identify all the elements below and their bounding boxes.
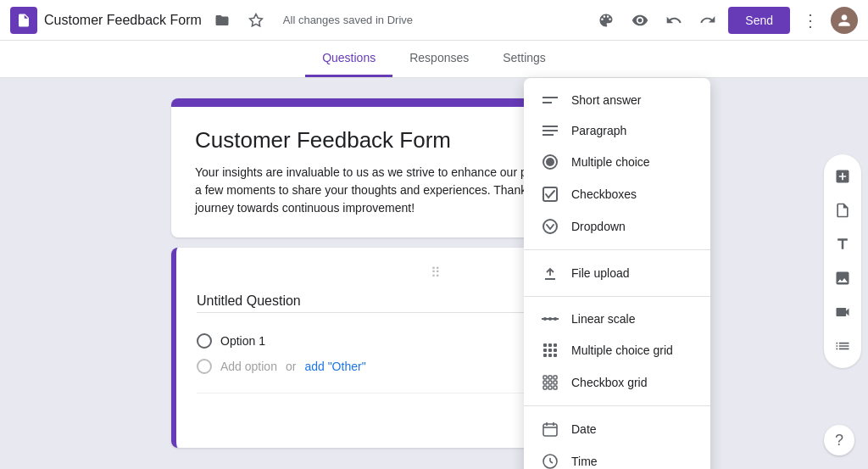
add-section-btn[interactable] — [827, 331, 858, 361]
saved-text: All changes saved in Drive — [283, 14, 413, 26]
topbar: Customer Feedback Form All changes saved… — [0, 0, 868, 41]
checkboxes-icon — [541, 187, 559, 202]
topbar-right: Send ⋮ — [593, 7, 858, 34]
main-content: Customer Feedback Form Your insights are… — [0, 78, 868, 468]
svg-rect-25 — [554, 376, 557, 379]
svg-rect-15 — [548, 343, 552, 347]
svg-rect-18 — [548, 349, 552, 352]
right-sidebar — [824, 154, 861, 368]
svg-rect-32 — [543, 424, 557, 436]
menu-label-checkboxes: Checkboxes — [571, 187, 637, 201]
multiple-choice-icon — [541, 154, 559, 170]
menu-label-paragraph: Paragraph — [571, 124, 626, 137]
menu-divider-2 — [524, 296, 710, 297]
star-icon-btn[interactable] — [242, 7, 270, 34]
short-answer-icon — [541, 94, 559, 106]
menu-item-linear-scale[interactable]: Linear scale — [524, 304, 710, 334]
svg-rect-17 — [543, 349, 547, 352]
svg-point-12 — [548, 317, 552, 321]
file-upload-icon — [541, 265, 559, 281]
svg-rect-22 — [554, 354, 557, 357]
svg-rect-30 — [548, 386, 552, 389]
menu-item-paragraph[interactable]: Paragraph — [524, 115, 710, 146]
linear-scale-icon — [541, 315, 559, 323]
svg-rect-21 — [548, 354, 552, 357]
time-icon — [541, 454, 559, 469]
svg-point-11 — [543, 317, 547, 321]
tab-responses[interactable]: Responses — [392, 41, 486, 77]
date-icon — [541, 422, 559, 437]
doc-title: Customer Feedback Form — [44, 13, 202, 28]
menu-item-time[interactable]: Time — [524, 445, 710, 469]
redo-icon-btn[interactable] — [694, 7, 721, 34]
menu-item-multiple-choice[interactable]: Multiple choice — [524, 146, 710, 178]
svg-rect-16 — [554, 343, 557, 347]
svg-rect-24 — [548, 376, 552, 379]
undo-icon-btn[interactable] — [660, 7, 687, 34]
menu-label-file-upload: File upload — [571, 266, 630, 280]
add-video-btn[interactable] — [827, 297, 858, 327]
import-questions-btn[interactable] — [827, 195, 858, 226]
option-1-radio — [197, 333, 212, 349]
avatar — [831, 7, 858, 34]
svg-point-13 — [554, 317, 557, 321]
svg-rect-28 — [554, 381, 557, 384]
folder-icon-btn[interactable] — [209, 7, 236, 34]
menu-divider-3 — [524, 405, 710, 406]
add-other-link[interactable]: add "Other" — [304, 360, 365, 373]
menu-item-checkboxes[interactable]: Checkboxes — [524, 178, 710, 210]
menu-label-date: Date — [571, 422, 597, 436]
tabs-bar: Questions Responses Settings — [0, 41, 868, 78]
tab-questions[interactable]: Questions — [305, 41, 392, 77]
app-icon — [10, 7, 37, 34]
menu-label-checkbox-grid: Checkbox grid — [571, 376, 648, 389]
palette-icon-btn[interactable] — [593, 7, 620, 34]
svg-rect-23 — [543, 376, 547, 379]
svg-point-9 — [543, 220, 557, 233]
checkbox-grid-icon — [541, 375, 559, 390]
svg-marker-0 — [249, 14, 262, 25]
help-button[interactable]: ? — [824, 425, 854, 455]
svg-rect-14 — [543, 343, 547, 347]
menu-item-file-upload[interactable]: File upload — [524, 257, 710, 289]
add-option-text[interactable]: Add option — [220, 360, 277, 373]
svg-rect-27 — [548, 381, 552, 384]
svg-rect-31 — [554, 386, 557, 389]
add-option-radio — [197, 359, 212, 374]
menu-item-short-answer[interactable]: Short answer — [524, 85, 710, 115]
menu-item-dropdown[interactable]: Dropdown — [524, 210, 710, 243]
option-1-text: Option 1 — [220, 334, 265, 348]
menu-label-linear-scale: Linear scale — [571, 312, 636, 326]
add-option-or-text: or — [286, 360, 296, 373]
menu-label-short-answer: Short answer — [571, 93, 641, 107]
menu-item-multiple-choice-grid[interactable]: Multiple choice grid — [524, 334, 710, 366]
menu-item-checkbox-grid[interactable]: Checkbox grid — [524, 366, 710, 399]
svg-rect-20 — [543, 354, 547, 357]
svg-rect-26 — [543, 381, 547, 384]
svg-line-38 — [550, 461, 553, 463]
menu-label-multiple-choice-grid: Multiple choice grid — [571, 343, 673, 357]
dropdown-icon — [541, 219, 559, 234]
send-button[interactable]: Send — [728, 7, 790, 34]
menu-divider-1 — [524, 249, 710, 250]
menu-label-time: Time — [571, 455, 598, 468]
add-title-btn[interactable] — [827, 229, 858, 260]
paragraph-icon — [541, 125, 559, 137]
svg-point-7 — [546, 158, 554, 166]
svg-rect-29 — [543, 386, 547, 389]
tab-settings[interactable]: Settings — [486, 41, 563, 77]
menu-label-dropdown: Dropdown — [571, 220, 626, 233]
question-type-dropdown: Short answer Paragraph Multiple choice — [524, 78, 710, 469]
multiple-choice-grid-icon — [541, 343, 559, 358]
more-options-button[interactable]: ⋮ — [797, 7, 824, 34]
menu-item-date[interactable]: Date — [524, 413, 710, 445]
topbar-left: Customer Feedback Form All changes saved… — [10, 7, 586, 34]
menu-label-multiple-choice: Multiple choice — [571, 155, 650, 169]
svg-rect-19 — [554, 349, 557, 352]
add-question-btn[interactable] — [827, 161, 858, 192]
add-image-btn[interactable] — [827, 263, 858, 293]
preview-icon-btn[interactable] — [626, 7, 654, 34]
